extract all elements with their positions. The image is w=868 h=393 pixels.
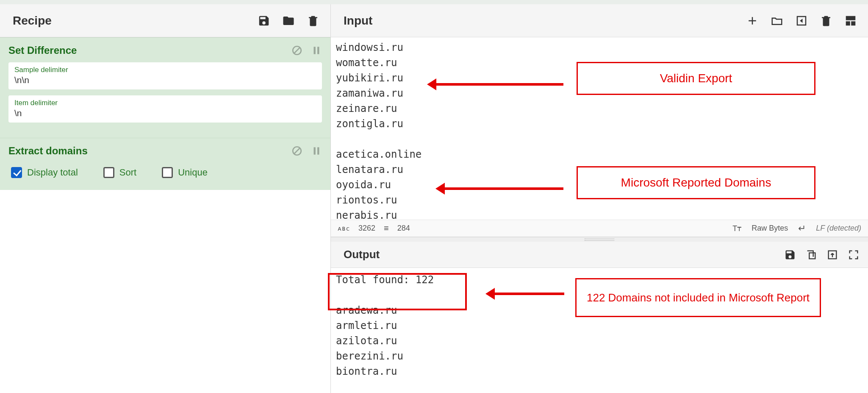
svg-line-1	[294, 48, 300, 53]
svg-rect-6	[314, 147, 316, 154]
checkbox-icon	[11, 167, 22, 178]
checkbox-sort[interactable]: Sort	[103, 167, 136, 178]
operation-title: Extract domains	[8, 145, 88, 157]
pause-op-icon[interactable]	[311, 45, 322, 56]
checkbox-icon	[162, 167, 173, 178]
output-text[interactable]: Total found: 122 aradewa.ru armleti.ru a…	[331, 268, 868, 393]
line-count: 284	[397, 224, 410, 233]
reset-layout-icon[interactable]	[844, 14, 857, 27]
svg-rect-3	[317, 47, 319, 54]
pause-op-icon[interactable]	[311, 145, 322, 156]
input-header: Input	[331, 4, 868, 37]
recipe-pane: Recipe Set Difference Sample delimiter	[0, 4, 331, 393]
char-icon: ᴀʙᴄ	[338, 225, 350, 232]
input-text[interactable]: windowsi.ru womatte.ru yubikiri.ru zaman…	[331, 37, 868, 220]
operation-title: Set Difference	[8, 45, 77, 56]
disable-op-icon[interactable]	[291, 45, 302, 56]
svg-rect-2	[314, 47, 316, 54]
item-delimiter-field[interactable]: Item delimiter \n	[8, 95, 322, 123]
checkbox-label: Sort	[119, 167, 136, 178]
right-pane: Input windowsi.ru womatte.ru yubikiri.ru…	[331, 4, 868, 393]
disable-op-icon[interactable]	[291, 145, 302, 156]
input-title: Input	[344, 14, 372, 28]
operation-set-difference: Set Difference Sample delimiter \n\n Ite…	[0, 37, 330, 138]
folder-icon[interactable]	[282, 14, 295, 27]
field-label: Sample delimiter	[14, 66, 316, 74]
eol-label: LF (detected)	[816, 224, 861, 233]
output-header: Output	[331, 242, 868, 268]
checkbox-label: Display total	[27, 167, 78, 178]
field-label: Item delimiter	[14, 99, 316, 107]
output-title: Output	[344, 248, 380, 261]
save-recipe-icon[interactable]	[258, 14, 270, 27]
field-value: \n	[14, 108, 22, 118]
resize-handle[interactable]	[331, 237, 868, 242]
copy-output-icon[interactable]	[805, 249, 817, 261]
font-case-icon[interactable]: Tᴛ	[732, 224, 741, 233]
sample-delimiter-field[interactable]: Sample delimiter \n\n	[8, 62, 322, 89]
field-value: \n\n	[14, 75, 29, 85]
clear-input-icon[interactable]	[820, 14, 832, 27]
line-icon: ≡	[384, 223, 389, 233]
operation-extract-domains: Extract domains Display total Sort	[0, 138, 330, 190]
recipe-title: Recipe	[13, 14, 52, 28]
save-output-icon[interactable]	[784, 249, 796, 261]
eol-icon: ↵	[798, 223, 806, 234]
input-content: windowsi.ru womatte.ru yubikiri.ru zaman…	[336, 40, 865, 220]
input-status-bar: ᴀʙᴄ 3262 ≡ 284 Tᴛ Raw Bytes ↵ LF (detect…	[331, 220, 868, 237]
svg-rect-10	[851, 21, 855, 25]
recipe-header: Recipe	[0, 4, 330, 37]
maximize-output-icon[interactable]	[848, 249, 860, 261]
svg-rect-7	[317, 147, 319, 154]
add-input-icon[interactable]	[746, 14, 759, 27]
svg-rect-8	[846, 16, 856, 20]
open-file-icon[interactable]	[795, 14, 808, 27]
open-folder-icon[interactable]	[771, 14, 783, 27]
svg-line-5	[294, 148, 300, 154]
checkbox-icon	[103, 167, 114, 178]
trash-icon[interactable]	[307, 14, 319, 27]
char-count: 3262	[358, 224, 375, 233]
checkbox-display-total[interactable]: Display total	[11, 167, 78, 178]
replace-input-icon[interactable]	[826, 249, 838, 261]
checkbox-label: Unique	[178, 167, 208, 178]
checkbox-unique[interactable]: Unique	[162, 167, 208, 178]
output-content: Total found: 122 aradewa.ru armleti.ru a…	[336, 272, 863, 379]
operations-list: Set Difference Sample delimiter \n\n Ite…	[0, 37, 330, 393]
svg-rect-9	[846, 21, 850, 25]
raw-bytes-toggle[interactable]: Raw Bytes	[752, 224, 788, 233]
